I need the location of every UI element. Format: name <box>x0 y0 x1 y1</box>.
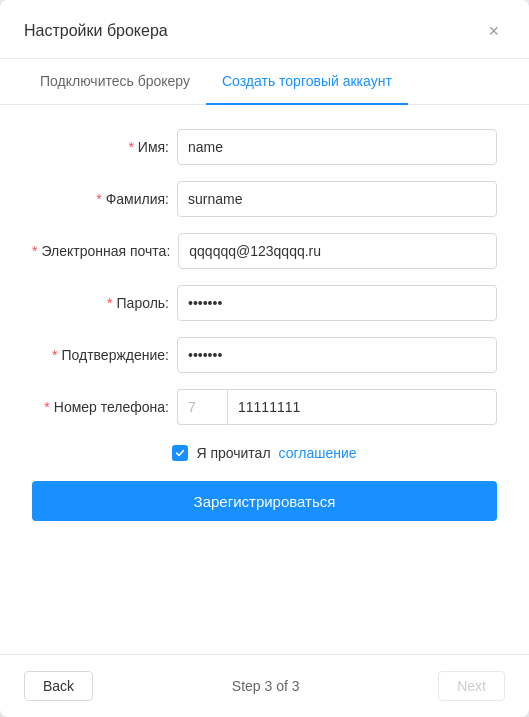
dialog-title: Настройки брокера <box>24 22 168 40</box>
phone-row: * Номер телефона: <box>32 389 497 425</box>
dialog-footer: Back Step 3 of 3 Next <box>0 654 529 717</box>
password-row: * Пароль: <box>32 285 497 321</box>
phone-label: * Номер телефона: <box>32 399 177 415</box>
confirm-required-star: * <box>52 347 57 363</box>
phone-inputs <box>177 389 497 425</box>
name-row: * Имя: <box>32 129 497 165</box>
tab-create[interactable]: Создать торговый аккаунт <box>206 59 408 105</box>
back-button[interactable]: Back <box>24 671 93 701</box>
tabs-container: Подключитесь брокеру Создать торговый ак… <box>0 59 529 105</box>
email-required-star: * <box>32 243 37 259</box>
surname-required-star: * <box>96 191 101 207</box>
dialog-header: Настройки брокера × <box>0 0 529 59</box>
name-label: * Имя: <box>32 139 177 155</box>
broker-settings-dialog: Настройки брокера × Подключитесь брокеру… <box>0 0 529 717</box>
email-row: * Электронная почта: <box>32 233 497 269</box>
confirm-label: * Подтверждение: <box>32 347 177 363</box>
surname-row: * Фамилия: <box>32 181 497 217</box>
form-body: * Имя: * Фамилия: * Электронная почта: * <box>0 105 529 654</box>
agreement-checkbox[interactable] <box>172 445 188 461</box>
confirm-row: * Подтверждение: <box>32 337 497 373</box>
confirm-input[interactable] <box>177 337 497 373</box>
phone-number-input[interactable] <box>227 389 497 425</box>
name-input[interactable] <box>177 129 497 165</box>
password-required-star: * <box>107 295 112 311</box>
surname-input[interactable] <box>177 181 497 217</box>
phone-required-star: * <box>44 399 49 415</box>
email-input[interactable] <box>178 233 497 269</box>
step-indicator: Step 3 of 3 <box>232 678 300 694</box>
close-button[interactable]: × <box>482 20 505 42</box>
surname-label: * Фамилия: <box>32 191 177 207</box>
checkmark-icon <box>175 448 185 458</box>
agreement-row: Я прочитал соглашение <box>32 445 497 461</box>
agreement-checkbox-container: Я прочитал соглашение <box>172 445 356 461</box>
register-button[interactable]: Зарегистрироваться <box>32 481 497 521</box>
password-input[interactable] <box>177 285 497 321</box>
agreement-link[interactable]: соглашение <box>279 445 357 461</box>
email-label: * Электронная почта: <box>32 243 178 259</box>
tab-connect[interactable]: Подключитесь брокеру <box>24 59 206 105</box>
name-required-star: * <box>128 139 133 155</box>
phone-prefix-input[interactable] <box>177 389 227 425</box>
next-button[interactable]: Next <box>438 671 505 701</box>
password-label: * Пароль: <box>32 295 177 311</box>
agreement-text: Я прочитал <box>196 445 270 461</box>
